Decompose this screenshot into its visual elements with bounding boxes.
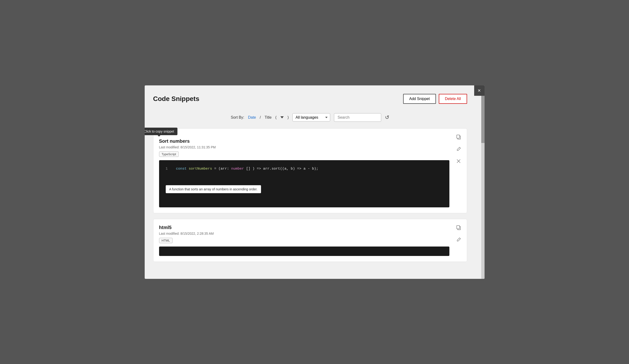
- scrollbar[interactable]: [481, 96, 484, 279]
- code-description: A function that sorts an array of number…: [166, 185, 261, 193]
- edit-icon-2: [456, 237, 461, 242]
- code-content: const sortNumbers = (arr: number [] ) =>…: [176, 167, 318, 171]
- close-button[interactable]: ×: [474, 85, 484, 96]
- sort-paren-close: ): [288, 115, 289, 120]
- sort-paren-open: (: [276, 115, 277, 120]
- snippet-modified-2: Last modified: 8/15/2022, 2:28:35 AM: [159, 232, 461, 236]
- code-block[interactable]: 1 const sortNumbers = (arr: number [] ) …: [159, 160, 449, 207]
- refresh-icon: ↺: [385, 115, 389, 120]
- controls-row: Sort By: Date / Title ( ) All languages …: [153, 113, 467, 122]
- line-number: 1: [166, 167, 170, 171]
- scrollbar-thumb[interactable]: [481, 96, 484, 143]
- sort-by-title[interactable]: Title: [265, 115, 272, 120]
- copy-tooltip: Click to copy snippet: [145, 128, 177, 135]
- edit-snippet-button-2[interactable]: [455, 236, 462, 244]
- snippet-actions: [455, 133, 462, 166]
- sort-by-date[interactable]: Date: [248, 115, 256, 120]
- copy-icon: [456, 134, 461, 139]
- copy-snippet-button[interactable]: [455, 133, 462, 141]
- snippet-modified: Last modified: 8/15/2022, 11:31:35 PM: [159, 145, 461, 149]
- snippet-card-html5: html5 Last modified: 8/15/2022, 2:28:35 …: [153, 219, 467, 262]
- snippet-language-badge-2: HTML: [159, 238, 172, 243]
- sort-by-label: Sort By:: [231, 115, 244, 120]
- snippet-actions-2: [455, 224, 462, 244]
- page-title: Code Snippets: [153, 95, 199, 103]
- svg-rect-5: [457, 226, 460, 229]
- modal-container: × Code Snippets Add Snippet Delete All S…: [145, 85, 484, 279]
- snippet-language-badge: TypeScript: [159, 151, 179, 157]
- sort-arrow-icon[interactable]: [280, 116, 284, 119]
- code-block-2[interactable]: [159, 246, 449, 256]
- delete-all-button[interactable]: Delete All: [439, 94, 467, 104]
- snippet-card-sort-numbers: Click to copy snippet: [153, 128, 467, 213]
- edit-snippet-button[interactable]: [455, 146, 462, 154]
- search-input[interactable]: [334, 113, 381, 122]
- code-line: 1 const sortNumbers = (arr: number [] ) …: [166, 167, 443, 171]
- snippet-title-2: html5: [159, 225, 461, 230]
- copy-icon-2: [456, 225, 461, 230]
- delete-icon: [456, 159, 461, 163]
- header-row: Code Snippets Add Snippet Delete All: [153, 94, 467, 104]
- sort-divider: /: [260, 115, 261, 120]
- add-snippet-button[interactable]: Add Snippet: [403, 94, 436, 104]
- snippet-title: Sort numbers: [159, 138, 461, 144]
- main-content: Code Snippets Add Snippet Delete All Sor…: [145, 85, 481, 276]
- copy-snippet-button-2[interactable]: [455, 224, 462, 232]
- edit-icon: [456, 147, 461, 151]
- language-select[interactable]: All languages TypeScript HTML JavaScript…: [293, 113, 330, 121]
- close-icon: ×: [478, 88, 481, 94]
- refresh-button[interactable]: ↺: [385, 115, 389, 121]
- header-buttons: Add Snippet Delete All: [403, 94, 467, 104]
- svg-rect-1: [457, 135, 460, 138]
- delete-snippet-button[interactable]: [455, 158, 462, 166]
